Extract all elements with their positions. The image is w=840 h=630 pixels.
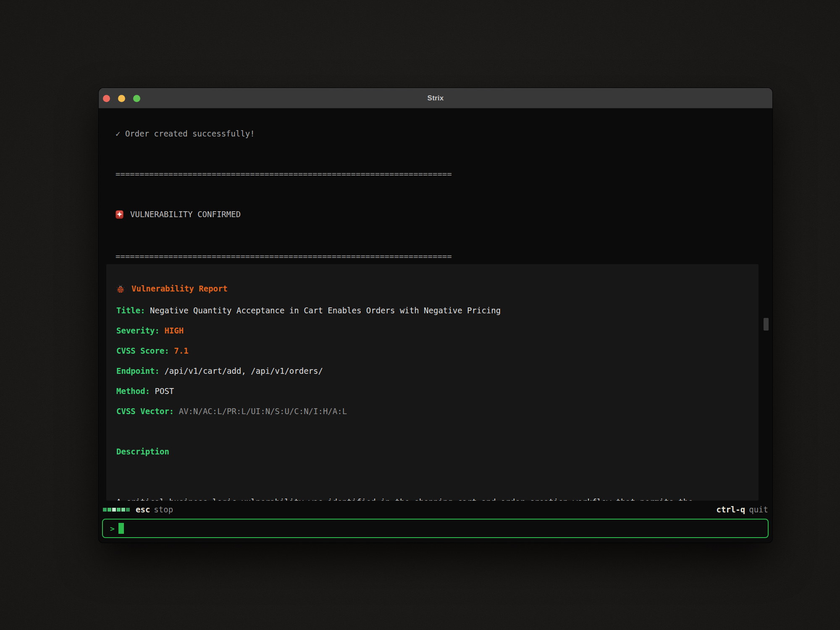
status-bar: esc stop ctrl-q quit <box>103 503 768 516</box>
bug-icon <box>116 284 125 295</box>
terminal-window: Strix ✓ Order created successfully! ====… <box>99 88 772 543</box>
vulnerability-confirmed-label: VULNERABILITY CONFIRMED <box>130 210 241 219</box>
traffic-lights <box>103 88 140 108</box>
quit-action-hint: quit <box>749 505 768 514</box>
report-method-row: Method: POST <box>116 386 748 396</box>
esc-action-hint: stop <box>154 505 173 514</box>
vulnerability-confirmed-banner: VULNERABILITY CONFIRMED <box>116 209 756 221</box>
endpoint-value: /api/v1/cart/add, /api/v1/orders/ <box>164 366 323 375</box>
report-severity-row: Severity: HIGH <box>116 326 748 336</box>
vulnerability-report-panel: Vulnerability Report Title: Negative Qua… <box>106 264 759 501</box>
title-label: Title: <box>116 306 145 315</box>
report-heading-row: Vulnerability Report <box>116 284 748 295</box>
zoom-button[interactable] <box>133 95 140 102</box>
close-button[interactable] <box>103 95 110 102</box>
description-paragraph: A critical business logic vulnerability … <box>116 497 724 501</box>
endpoint-label: Endpoint: <box>116 366 160 375</box>
cvss-vector-label: CVSS Vector: <box>116 407 174 416</box>
report-endpoint-row: Endpoint: /api/v1/cart/add, /api/v1/orde… <box>116 366 748 376</box>
description-heading: Description <box>116 446 724 457</box>
alert-icon <box>116 210 123 221</box>
window-title: Strix <box>428 94 444 102</box>
scrollbar-thumb[interactable] <box>764 318 769 331</box>
separator-line: ========================================… <box>116 169 756 179</box>
severity-label: Severity: <box>116 326 160 335</box>
separator-line: ========================================… <box>116 251 756 261</box>
severity-value: HIGH <box>164 326 184 335</box>
method-value: POST <box>155 386 174 396</box>
desktop: { "window": { "title": "Strix" }, "termi… <box>0 0 840 630</box>
cvss-score-value: 7.1 <box>174 346 188 355</box>
report-title-row: Title: Negative Quantity Acceptance in C… <box>116 305 748 315</box>
title-value: Negative Quantity Acceptance in Cart Ena… <box>150 306 501 315</box>
cvss-score-label: CVSS Score: <box>116 346 169 355</box>
order-success-line: ✓ Order created successfully! <box>116 129 756 139</box>
report-cvss-score-row: CVSS Score: 7.1 <box>116 346 748 356</box>
prompt-chevron: > <box>110 524 115 533</box>
activity-spinner <box>103 508 130 512</box>
esc-key-hint: esc <box>136 505 150 514</box>
report-cvss-vector-row: CVSS Vector: AV:N/AC:L/PR:L/UI:N/S:U/C:N… <box>116 406 748 416</box>
report-description-section: Description A critical business logic vu… <box>116 426 724 501</box>
method-label: Method: <box>116 386 150 396</box>
text-cursor <box>118 523 124 534</box>
description-body: A critical business logic vulnerability … <box>116 477 724 501</box>
command-input[interactable]: > <box>102 519 769 538</box>
window-titlebar[interactable]: Strix <box>99 88 772 108</box>
report-heading: Vulnerability Report <box>131 284 228 293</box>
cvss-vector-value: AV:N/AC:L/PR:L/UI:N/S:U/C:N/I:H/A:L <box>179 407 347 416</box>
minimize-button[interactable] <box>118 95 125 102</box>
ctrl-q-key-hint: ctrl-q <box>717 505 746 514</box>
